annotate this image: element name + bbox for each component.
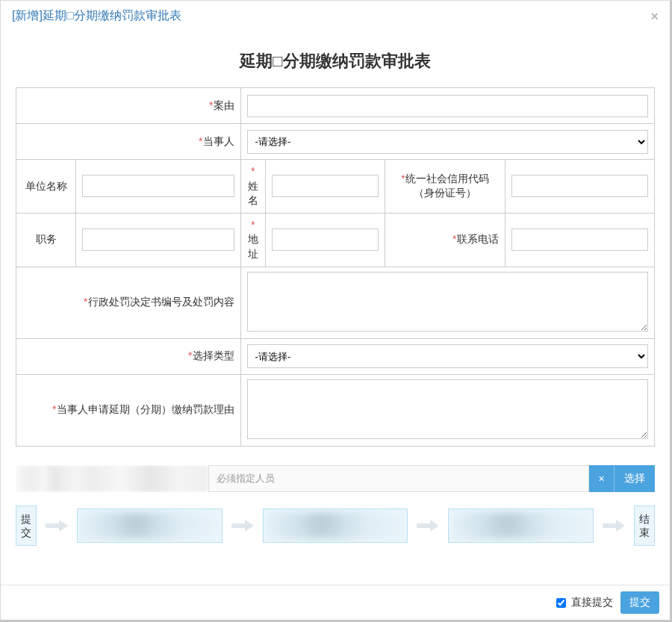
label-address: *地址 [240,213,265,267]
flow-node-end: 结束 [634,506,655,546]
arrow-icon [46,520,68,531]
direct-submit-label: 直接提交 [571,596,613,609]
flow-node-step-3[interactable] [448,509,594,543]
select-type[interactable]: -请选择- [247,344,648,368]
input-case-reason[interactable] [247,95,648,117]
flow-node-step-1[interactable] [77,509,223,543]
submit-button[interactable]: 提交 [620,591,659,614]
label-name: *姓名 [240,160,265,214]
label-decision-content: *行政处罚决定书编号及处罚内容 [16,267,241,338]
flow-node-step-2[interactable] [263,509,408,543]
direct-submit-checkbox-wrap[interactable]: 直接提交 [553,596,613,610]
input-address[interactable] [272,228,379,251]
modal-title: [新增]延期□分期缴纳罚款审批表 [12,8,181,24]
select-assignee-button[interactable]: 选择 [615,465,655,492]
flow-node-start: 提交 [16,506,37,546]
input-unit-name[interactable] [82,175,234,197]
input-name[interactable] [272,175,379,197]
label-phone: *联系电话 [385,213,505,267]
input-uscc[interactable] [511,175,648,197]
assignee-role-label [16,465,208,492]
modal-body: 延期□分期缴纳罚款审批表 *案由 *当事人 -请选择- [1,31,670,553]
direct-submit-checkbox[interactable] [556,598,566,608]
arrow-icon [231,520,254,531]
modal-header: [新增]延期□分期缴纳罚款审批表 × [1,1,670,31]
label-apply-reason: *当事人申请延期（分期）缴纳罚款理由 [16,374,241,446]
clear-assignee-button[interactable]: × [589,465,615,492]
workflow-row: 提交 结束 [16,506,655,546]
label-unit-name: 单位名称 [16,160,76,214]
form-title: 延期□分期缴纳罚款审批表 [16,50,655,72]
assignee-input[interactable]: 必须指定人员 [208,465,589,492]
label-uscc: *统一社会信用代码（身份证号） [385,160,505,214]
input-phone[interactable] [511,228,648,251]
close-icon[interactable]: × [650,10,659,23]
textarea-apply-reason[interactable] [247,379,648,439]
arrow-icon [417,520,439,531]
modal-footer: 直接提交 提交 [1,585,670,620]
label-position: 职务 [16,213,76,267]
textarea-decision-content[interactable] [247,272,648,332]
label-case-reason: *案由 [16,88,241,124]
input-position[interactable] [82,228,234,251]
form-table: *案由 *当事人 -请选择- 单位名称 [16,87,655,447]
label-party: *当事人 [16,124,241,160]
assignee-bar: 必须指定人员 × 选择 [16,465,655,492]
arrow-icon [603,520,625,531]
select-party[interactable]: -请选择- [247,130,648,154]
label-select-type: *选择类型 [16,338,241,374]
